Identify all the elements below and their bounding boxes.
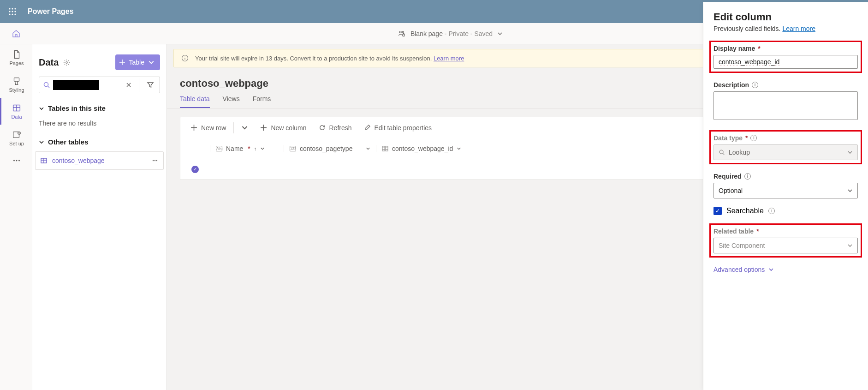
svg-point-9 <box>399 31 401 33</box>
edit-table-properties-button[interactable]: Edit table properties <box>360 122 436 133</box>
svg-point-10 <box>402 31 404 33</box>
chevron-down-icon[interactable] <box>366 146 370 151</box>
clear-search-icon[interactable] <box>124 82 133 88</box>
edit-props-label: Edit table properties <box>375 124 432 132</box>
svg-point-4 <box>12 11 13 12</box>
text-column-icon: Abc <box>216 146 222 151</box>
searchable-checkbox[interactable]: ✓ <box>713 207 722 215</box>
svg-point-5 <box>14 11 16 12</box>
section-other-tables-label: Other tables <box>48 138 89 146</box>
related-table-value: Site Component <box>719 242 765 249</box>
chevron-down-icon <box>847 150 853 155</box>
svg-point-1 <box>12 8 13 9</box>
row-selected-check-icon[interactable]: ✓ <box>191 166 199 173</box>
rail-item-more[interactable] <box>0 151 32 170</box>
required-select[interactable]: Optional <box>713 183 858 198</box>
tab-forms[interactable]: Forms <box>253 95 271 108</box>
col-header-name[interactable]: Abc Name* ↑ <box>210 145 284 152</box>
chevron-down-icon[interactable] <box>260 146 265 151</box>
tab-table-data[interactable]: Table data <box>180 95 210 108</box>
people-lock-icon <box>398 30 406 38</box>
divider <box>139 78 139 92</box>
info-icon[interactable]: i <box>768 208 775 214</box>
page-name[interactable]: Blank page <box>410 30 443 37</box>
rail-item-pages[interactable]: Pages <box>0 44 32 71</box>
info-icon[interactable]: i <box>744 173 751 180</box>
home-icon[interactable] <box>12 29 21 38</box>
filter-icon[interactable] <box>145 81 156 89</box>
field-searchable: ✓ Searchable i <box>713 207 858 215</box>
leftpane-title: Data <box>39 57 59 68</box>
product-name[interactable]: Power Pages <box>28 7 74 16</box>
table-item-more-icon[interactable] <box>151 157 159 164</box>
rail-item-styling[interactable]: Styling <box>0 71 32 98</box>
svg-rect-11 <box>403 34 405 36</box>
svg-point-3 <box>9 11 10 12</box>
rail-label-styling: Styling <box>9 87 24 93</box>
col-header-pagetype[interactable]: 123 contoso_pagetype <box>284 145 376 152</box>
tab-views[interactable]: Views <box>223 95 240 108</box>
field-display-name: Display name * <box>709 41 862 73</box>
display-name-label: Display name <box>713 45 755 52</box>
description-label: Description <box>713 81 749 89</box>
info-icon[interactable]: i <box>752 82 758 88</box>
gear-icon[interactable] <box>63 59 70 66</box>
tables-pane: Data Table <box>32 44 167 390</box>
edit-column-panel: Edit column Previously called fields. Le… <box>703 2 868 390</box>
rail-label-pages: Pages <box>9 60 24 66</box>
required-asterisk: * <box>745 134 748 142</box>
data-type-value: Lookup <box>729 149 750 156</box>
new-row-button[interactable]: New row <box>187 122 230 133</box>
searchable-label: Searchable <box>726 207 764 215</box>
chevron-down-icon[interactable] <box>497 31 503 36</box>
refresh-button[interactable]: Refresh <box>315 122 356 133</box>
table-item-label: contoso_webpage <box>52 157 105 164</box>
info-icon[interactable]: i <box>750 135 757 141</box>
svg-point-22 <box>153 160 154 161</box>
required-asterisk: * <box>756 228 759 235</box>
waffle-icon[interactable] <box>6 5 19 18</box>
svg-point-8 <box>14 13 16 15</box>
svg-rect-27 <box>386 146 388 150</box>
banner-learn-more-link[interactable]: Learn more <box>434 55 464 62</box>
description-input[interactable] <box>713 91 858 120</box>
svg-point-23 <box>155 160 155 161</box>
display-name-input[interactable] <box>713 55 858 69</box>
svg-point-20 <box>44 83 48 87</box>
section-tables-in-site[interactable]: Tables in this site <box>32 99 166 118</box>
required-asterisk: * <box>758 45 760 52</box>
info-icon <box>181 54 189 62</box>
no-results-text: There are no results <box>32 118 166 132</box>
chevron-down-icon[interactable] <box>457 146 461 151</box>
rail-item-setup[interactable]: Set up <box>0 125 32 151</box>
svg-point-7 <box>12 13 13 15</box>
sort-asc-icon: ↑ <box>254 146 257 151</box>
svg-rect-12 <box>14 78 19 81</box>
search-input-wrapper <box>39 77 160 93</box>
svg-point-17 <box>16 160 18 162</box>
svg-rect-26 <box>382 146 385 150</box>
chevron-down-icon <box>847 243 853 248</box>
panel-learn-more-link[interactable]: Learn more <box>782 25 815 32</box>
left-rail: Pages Styling Data Set up <box>0 44 32 390</box>
number-column-icon: 123 <box>290 146 296 151</box>
refresh-label: Refresh <box>329 124 352 132</box>
data-type-label: Data type <box>713 134 743 142</box>
new-table-label: Table <box>129 59 144 66</box>
table-item-contoso-webpage[interactable]: contoso_webpage <box>35 151 164 170</box>
rail-label-setup: Set up <box>9 141 24 146</box>
new-column-button[interactable]: New column <box>256 122 310 133</box>
col-header-webpageid[interactable]: contoso_webpage_id <box>376 145 468 152</box>
search-input[interactable] <box>53 80 99 90</box>
field-required: Required i Optional <box>713 173 858 198</box>
new-table-button[interactable]: Table <box>115 54 160 70</box>
rail-item-data[interactable]: Data <box>0 98 32 125</box>
advanced-options-toggle[interactable]: Advanced options <box>713 266 858 273</box>
chevron-down-icon <box>847 188 853 193</box>
page-status: - Private - Saved <box>443 30 493 37</box>
new-row-dropdown[interactable] <box>238 122 252 133</box>
field-related-table: Related table * Site Component <box>709 223 862 258</box>
new-row-label: New row <box>201 124 226 132</box>
section-other-tables[interactable]: Other tables <box>32 132 166 151</box>
col-header-webpageid-label: contoso_webpage_id <box>392 145 453 152</box>
